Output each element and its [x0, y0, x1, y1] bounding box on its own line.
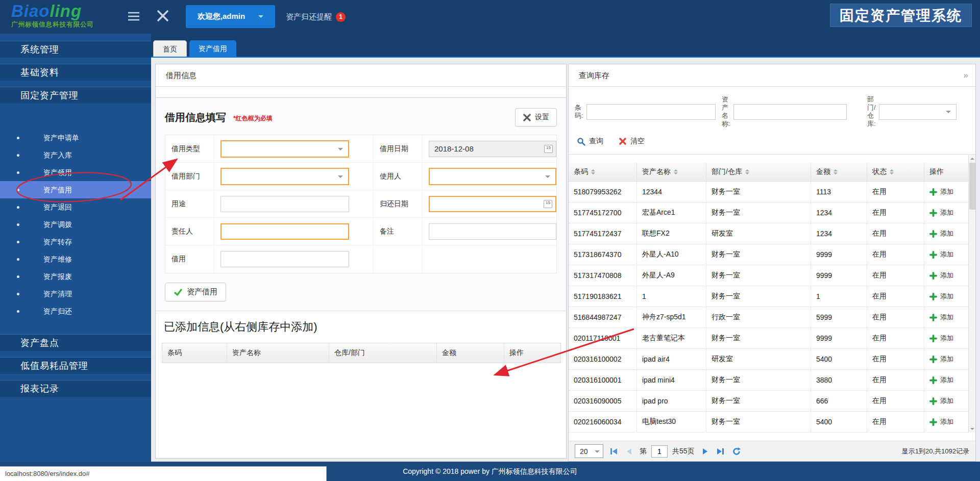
sidebar-item-asset-inventory[interactable]: 资产盘点 — [0, 334, 151, 351]
table-row: 517190183621 1 财务一室 1 在用 添加 — [569, 286, 968, 307]
table-row: 516844987247 神舟z7-sp5d1 行政一室 5999 在用 添加 — [569, 307, 968, 328]
sidebar-submenu-item[interactable]: 资产维修 — [0, 250, 151, 268]
inv-col-dept[interactable]: 部门/仓库 — [706, 163, 811, 181]
sidebar-submenu-item[interactable]: 资产借用 — [0, 181, 151, 198]
sidebar-submenu-item[interactable]: 资产清理 — [0, 285, 151, 302]
borrow-date-label: 借用日期 — [380, 144, 408, 154]
tab-home[interactable]: 首页 — [153, 40, 187, 57]
close-icon[interactable] — [156, 9, 169, 22]
sidebar-submenu-item[interactable]: 资产报废 — [0, 268, 151, 285]
clear-button[interactable]: 清空 — [619, 137, 645, 146]
table-scrollbar[interactable] — [968, 155, 975, 433]
sidebar-nav: 系统管理 基础资料 固定资产管理 资产申请单 资产入库 资产领用 资产借用 资产… — [0, 34, 151, 462]
sidebar-submenu-item[interactable]: 资产调拨 — [0, 216, 151, 233]
borrow-type-label: 借用类型 — [172, 144, 200, 154]
sidebar-submenu-item[interactable]: 资产领用 — [0, 164, 151, 181]
user-select[interactable] — [429, 168, 556, 185]
caret-down-icon — [946, 111, 951, 116]
add-asset-button[interactable]: 添加 — [929, 313, 953, 322]
add-asset-button[interactable]: 添加 — [929, 292, 953, 301]
tab-asset-borrow[interactable]: 资产借用 — [189, 40, 236, 57]
asset-borrow-submit-button[interactable]: 资产借用 — [165, 283, 226, 301]
settings-button[interactable]: 设置 — [515, 108, 557, 126]
sidebar-submenu-item[interactable]: 资产申请单 — [0, 129, 151, 146]
add-asset-button[interactable]: 添加 — [929, 396, 953, 406]
prev-page-button[interactable] — [624, 446, 635, 457]
sidebar-submenu-label: 资产清理 — [43, 290, 72, 298]
sidebar-item-consumables-mgmt[interactable]: 低值易耗品管理 — [0, 357, 151, 374]
add-asset-label: 添加 — [940, 250, 953, 259]
bullet-icon — [17, 189, 19, 191]
asset-return-reminder[interactable]: 资产归还提醒 1 — [286, 10, 346, 23]
logo-text-green: ling — [50, 2, 82, 20]
cell-asset-name: ipad pro — [637, 391, 706, 411]
inv-col-asset-name[interactable]: 资产名称 — [637, 163, 706, 181]
scrollbar-thumb[interactable] — [969, 163, 975, 210]
welcome-user-label: 欢迎您,admin — [198, 12, 245, 21]
cell-barcode: 517745172437 — [569, 223, 637, 244]
chevron-down-icon — [258, 15, 263, 20]
calendar-icon[interactable]: 15 — [544, 145, 553, 153]
sidebar-submenu-label: 资产调拨 — [43, 220, 72, 229]
cell-barcode: 518079953262 — [569, 182, 637, 202]
borrow-dept-select[interactable] — [220, 168, 349, 185]
menu-toggle-icon[interactable] — [128, 11, 140, 21]
borrow-date-field[interactable]: 2018-12-08 15 — [429, 141, 556, 157]
sidebar-submenu-item[interactable]: 资产入库 — [0, 146, 151, 164]
user-label: 使用人 — [380, 172, 401, 181]
sidebar-item-fixed-asset-mgmt[interactable]: 固定资产管理 — [0, 87, 151, 104]
remark-input[interactable] — [429, 223, 556, 240]
calendar-icon[interactable]: 15 — [544, 200, 552, 208]
add-asset-button[interactable]: 添加 — [929, 334, 953, 343]
page-prefix-label: 第 — [640, 447, 647, 456]
page-number-input[interactable] — [651, 445, 668, 458]
sidebar-item-report-records[interactable]: 报表记录 — [0, 380, 151, 397]
sidebar-item-base-data[interactable]: 基础资料 — [0, 64, 151, 81]
return-date-field[interactable]: 15 — [429, 196, 556, 212]
collapse-panel-icon[interactable]: » — [964, 64, 968, 87]
filter-asset-name-input[interactable] — [733, 104, 847, 120]
add-asset-label: 添加 — [940, 208, 953, 217]
add-asset-button[interactable]: 添加 — [929, 417, 953, 426]
add-asset-button[interactable]: 添加 — [929, 250, 953, 259]
add-asset-button[interactable]: 添加 — [929, 375, 953, 385]
filter-dept-select[interactable] — [879, 104, 957, 120]
sidebar-item-system-mgmt[interactable]: 系统管理 — [0, 41, 151, 58]
sidebar-submenu-label: 资产报废 — [43, 272, 72, 281]
refresh-icon[interactable] — [731, 446, 742, 457]
purpose-input[interactable] — [220, 196, 349, 212]
first-page-button[interactable] — [608, 446, 619, 457]
sidebar-submenu-item[interactable]: 资产退回 — [0, 198, 151, 216]
sidebar-submenu-item[interactable]: 资产归还 — [0, 302, 151, 320]
scroll-down-icon[interactable] — [969, 425, 975, 433]
borrow-input[interactable] — [220, 251, 349, 267]
search-icon — [577, 137, 585, 146]
filter-barcode-input[interactable] — [586, 104, 716, 120]
inv-col-amount[interactable]: 金额 — [811, 163, 867, 181]
sidebar-submenu-item[interactable]: 资产转存 — [0, 233, 151, 250]
add-asset-button[interactable]: 添加 — [929, 271, 953, 280]
inv-col-status[interactable]: 状态 — [867, 163, 924, 181]
add-asset-button[interactable]: 添加 — [929, 355, 953, 364]
plus-icon — [929, 230, 937, 238]
add-asset-button[interactable]: 添加 — [929, 187, 953, 196]
borrow-dept-label: 借用部门 — [172, 172, 200, 181]
add-asset-button[interactable]: 添加 — [929, 208, 953, 217]
bullet-icon — [17, 137, 19, 139]
cell-asset-name: ipad air4 — [637, 349, 706, 369]
inv-col-barcode[interactable]: 条码 — [569, 163, 637, 181]
plus-icon — [929, 397, 937, 405]
borrow-type-select[interactable] — [220, 140, 349, 158]
cell-dept: 财务一室 — [706, 244, 811, 265]
cell-barcode: 516844987247 — [569, 307, 637, 327]
scroll-up-icon[interactable] — [969, 155, 975, 162]
responsible-input[interactable] — [220, 223, 349, 240]
page-size-select[interactable]: 20 — [575, 444, 603, 458]
next-page-button[interactable] — [699, 446, 710, 457]
inventory-actions: 查询 清空 — [569, 136, 975, 154]
welcome-user-button[interactable]: 欢迎您,admin — [186, 5, 275, 28]
add-asset-button[interactable]: 添加 — [929, 229, 953, 238]
cell-dept: 财务一室 — [706, 370, 811, 390]
search-button[interactable]: 查询 — [577, 137, 603, 146]
last-page-button[interactable] — [715, 446, 726, 457]
